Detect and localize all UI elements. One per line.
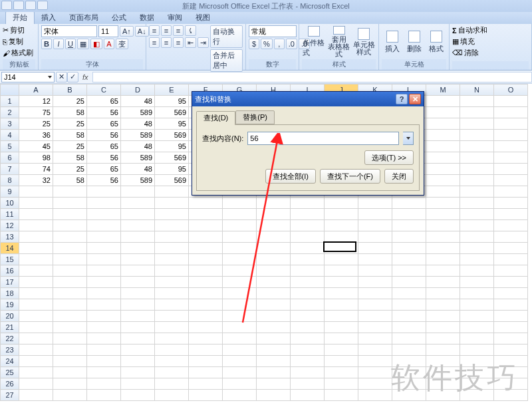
cell-A24[interactable]: [19, 356, 53, 367]
cell-B11[interactable]: [53, 209, 87, 220]
cell-C24[interactable]: [87, 356, 121, 367]
cell-B14[interactable]: [53, 243, 87, 254]
cell-G19[interactable]: [223, 299, 257, 311]
cell-D27[interactable]: [121, 390, 155, 401]
cell-L11[interactable]: [392, 209, 426, 220]
cell-N6[interactable]: [460, 152, 494, 164]
cell-E19[interactable]: [155, 299, 189, 311]
delete-cells-button[interactable]: 删除: [404, 25, 424, 59]
cell-B4[interactable]: 58: [53, 130, 87, 141]
cell-E18[interactable]: [155, 288, 189, 299]
insert-cells-button[interactable]: 插入: [382, 25, 402, 59]
cell-O3[interactable]: [494, 118, 528, 130]
cell-N8[interactable]: [460, 175, 494, 186]
cell-M2[interactable]: [426, 107, 460, 118]
cell-N12[interactable]: [460, 220, 494, 231]
cell-L21[interactable]: [392, 322, 426, 333]
cell-C11[interactable]: [87, 209, 121, 220]
cell-H17[interactable]: [257, 277, 291, 288]
conditional-format-button[interactable]: 条件格式: [302, 25, 326, 59]
cell-I13[interactable]: [291, 231, 325, 243]
cell-I22[interactable]: [291, 333, 325, 344]
close-button[interactable]: 关闭: [384, 169, 414, 184]
cell-H12[interactable]: [257, 220, 291, 231]
cell-C19[interactable]: [87, 299, 121, 311]
dialog-titlebar[interactable]: 查找和替换 ? ✕: [192, 92, 424, 106]
number-format-combo[interactable]: [249, 25, 297, 37]
cell-I21[interactable]: [291, 322, 325, 333]
cell-J19[interactable]: [325, 299, 358, 311]
cell-A22[interactable]: [19, 333, 53, 344]
cell-B26[interactable]: [53, 378, 87, 390]
col-header-E[interactable]: E: [155, 84, 189, 96]
cancel-formula-button[interactable]: ✕: [56, 72, 67, 82]
cell-B5[interactable]: 25: [53, 141, 87, 152]
cell-C14[interactable]: [87, 243, 121, 254]
cell-I10[interactable]: [291, 198, 325, 209]
tab-view[interactable]: 视图: [189, 11, 217, 24]
cell-A27[interactable]: [19, 390, 53, 401]
cell-H27[interactable]: [257, 390, 291, 401]
row-header-27[interactable]: 27: [1, 390, 19, 401]
cell-A15[interactable]: [19, 254, 53, 265]
cell-O23[interactable]: [494, 344, 528, 356]
cell-G18[interactable]: [223, 288, 257, 299]
cell-C25[interactable]: [87, 367, 121, 378]
cell-B12[interactable]: [53, 220, 87, 231]
cell-G12[interactable]: [223, 220, 257, 231]
cell-O22[interactable]: [494, 333, 528, 344]
cell-F15[interactable]: [189, 254, 223, 265]
cell-G16[interactable]: [223, 265, 257, 277]
cell-J27[interactable]: [325, 390, 358, 401]
cell-F21[interactable]: [189, 322, 223, 333]
row-header-4[interactable]: 4: [1, 130, 19, 141]
cell-L12[interactable]: [392, 220, 426, 231]
cell-H22[interactable]: [257, 333, 291, 344]
align-bottom-button[interactable]: ≡: [173, 25, 184, 36]
format-cells-button[interactable]: 格式: [426, 25, 446, 59]
col-header-D[interactable]: D: [121, 84, 155, 96]
copy-button[interactable]: ⎘复制: [3, 37, 23, 47]
wrap-text-button[interactable]: 自动换行: [210, 25, 243, 48]
cell-H18[interactable]: [257, 288, 291, 299]
cell-E17[interactable]: [155, 277, 189, 288]
cell-M26[interactable]: [426, 378, 460, 390]
cell-N19[interactable]: [460, 299, 494, 311]
tab-replace[interactable]: 替换(P): [235, 110, 275, 124]
border-button[interactable]: ▦: [77, 39, 89, 49]
cell-C17[interactable]: [87, 277, 121, 288]
cell-E15[interactable]: [155, 254, 189, 265]
cell-N7[interactable]: [460, 164, 494, 175]
cell-D23[interactable]: [121, 344, 155, 356]
cell-B10[interactable]: [53, 198, 87, 209]
cell-M6[interactable]: [426, 152, 460, 164]
cell-F19[interactable]: [189, 299, 223, 311]
cell-L18[interactable]: [392, 288, 426, 299]
qat-save-icon[interactable]: [13, 1, 24, 10]
cell-C18[interactable]: [87, 288, 121, 299]
cell-F20[interactable]: [189, 311, 223, 322]
row-header-23[interactable]: 23: [1, 344, 19, 356]
cell-C21[interactable]: [87, 322, 121, 333]
cell-A5[interactable]: 45: [19, 141, 53, 152]
cell-L10[interactable]: [392, 198, 426, 209]
cell-D10[interactable]: [121, 198, 155, 209]
cell-J22[interactable]: [325, 333, 358, 344]
cell-F24[interactable]: [189, 356, 223, 367]
cell-H10[interactable]: [257, 198, 291, 209]
cell-E23[interactable]: [155, 344, 189, 356]
cell-E14[interactable]: [155, 243, 189, 254]
row-header-8[interactable]: 8: [1, 175, 19, 186]
cell-C4[interactable]: 56: [87, 130, 121, 141]
cell-J13[interactable]: [325, 231, 358, 243]
cell-C20[interactable]: [87, 311, 121, 322]
cell-D1[interactable]: 48: [121, 96, 155, 107]
cell-F12[interactable]: [189, 220, 223, 231]
cell-B8[interactable]: 58: [53, 175, 87, 186]
name-box[interactable]: J14: [1, 72, 55, 82]
row-header-14[interactable]: 14: [1, 243, 19, 254]
underline-button[interactable]: U: [65, 39, 76, 49]
row-header-15[interactable]: 15: [1, 254, 19, 265]
cell-F14[interactable]: [189, 243, 223, 254]
cell-C13[interactable]: [87, 231, 121, 243]
